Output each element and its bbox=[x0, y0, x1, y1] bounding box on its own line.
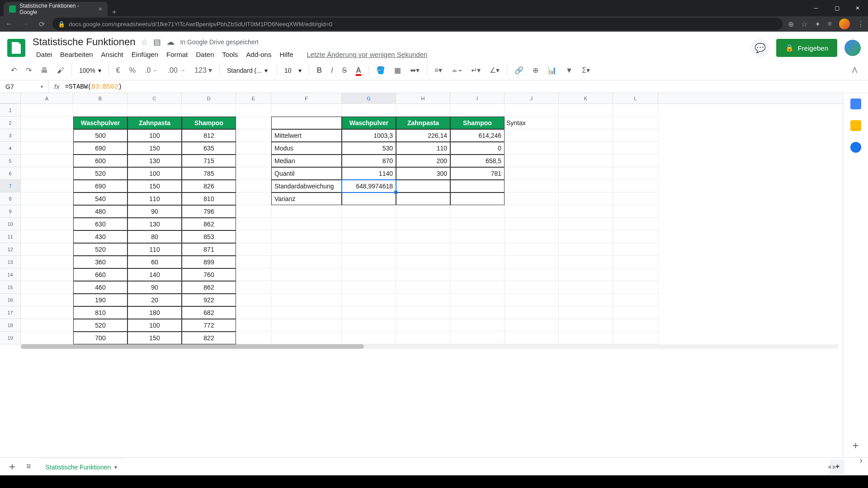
cell-L10[interactable] bbox=[613, 218, 658, 230]
cell-F4[interactable]: Modus bbox=[271, 142, 342, 155]
cell-I15[interactable] bbox=[450, 281, 505, 294]
col-header-J[interactable]: J bbox=[505, 93, 559, 103]
name-box[interactable]: G7 ▾ bbox=[0, 80, 49, 93]
cell-I7[interactable] bbox=[450, 180, 505, 192]
cell-E7[interactable] bbox=[236, 180, 271, 192]
cell-I3[interactable]: 614,246 bbox=[450, 129, 505, 142]
cell-L18[interactable] bbox=[613, 319, 658, 332]
cell-I18[interactable] bbox=[450, 319, 505, 332]
cell-B12[interactable]: 520 bbox=[73, 243, 127, 256]
cell-K11[interactable] bbox=[559, 230, 613, 243]
cell-E15[interactable] bbox=[236, 281, 271, 294]
cell-E18[interactable] bbox=[236, 319, 271, 332]
cell-J1[interactable] bbox=[505, 104, 559, 117]
address-bar[interactable]: 🔒 docs.google.com/spreadsheets/d/1fke71Y… bbox=[52, 18, 783, 30]
cell-J11[interactable] bbox=[505, 230, 559, 243]
cell-D9[interactable]: 796 bbox=[182, 205, 236, 218]
profile-avatar[interactable] bbox=[839, 19, 850, 29]
menu-add-ons[interactable]: Add-ons bbox=[243, 49, 275, 60]
cell-J12[interactable] bbox=[505, 243, 559, 256]
valign-button[interactable]: ⫨▾ bbox=[448, 64, 466, 77]
new-tab-button[interactable]: + bbox=[108, 8, 121, 16]
text-color-button[interactable]: A bbox=[352, 64, 365, 77]
cell-G10[interactable] bbox=[342, 218, 396, 230]
link-icon[interactable]: 🔗 bbox=[511, 63, 527, 77]
functions-icon[interactable]: Σ▾ bbox=[578, 63, 594, 77]
cell-C2[interactable]: Zahnpasta bbox=[127, 117, 182, 129]
cell-H2[interactable]: Zahnpasta bbox=[396, 117, 450, 129]
cell-D6[interactable]: 785 bbox=[182, 167, 236, 180]
cell-L19[interactable] bbox=[613, 332, 658, 344]
cell-F18[interactable] bbox=[271, 319, 342, 332]
menu-hilfe[interactable]: Hilfe bbox=[276, 49, 297, 60]
cell-G12[interactable] bbox=[342, 243, 396, 256]
row-header-11[interactable]: 11 bbox=[0, 230, 21, 243]
cell-K2[interactable] bbox=[559, 117, 613, 129]
redo-icon[interactable]: ↷ bbox=[22, 63, 35, 77]
move-icon[interactable]: ▤ bbox=[153, 37, 161, 47]
cell-E8[interactable] bbox=[236, 192, 271, 205]
font-select[interactable]: Standard (...▾ bbox=[223, 65, 273, 76]
cell-A2[interactable] bbox=[21, 117, 73, 129]
chart-icon[interactable]: 📊 bbox=[544, 63, 560, 77]
cell-A13[interactable] bbox=[21, 256, 73, 268]
cell-J18[interactable] bbox=[505, 319, 559, 332]
borders-button[interactable]: ▦ bbox=[391, 63, 405, 77]
cell-I9[interactable] bbox=[450, 205, 505, 218]
cell-C6[interactable]: 100 bbox=[127, 167, 182, 180]
formula-input[interactable]: =STABW(B3:B502) bbox=[65, 83, 122, 90]
cell-D10[interactable]: 862 bbox=[182, 218, 236, 230]
cell-G18[interactable] bbox=[342, 319, 396, 332]
cell-C9[interactable]: 90 bbox=[127, 205, 182, 218]
rotate-button[interactable]: ∠▾ bbox=[486, 63, 503, 77]
cell-J7[interactable] bbox=[505, 180, 559, 192]
cell-L15[interactable] bbox=[613, 281, 658, 294]
cell-I6[interactable]: 781 bbox=[450, 167, 505, 180]
currency-button[interactable]: € bbox=[113, 64, 124, 77]
cell-B8[interactable]: 540 bbox=[73, 192, 127, 205]
col-header-L[interactable]: L bbox=[613, 93, 658, 103]
add-sheet-button[interactable]: + bbox=[5, 460, 19, 473]
cell-A4[interactable] bbox=[21, 142, 73, 155]
cell-G14[interactable] bbox=[342, 268, 396, 281]
cell-L7[interactable] bbox=[613, 180, 658, 192]
hide-side-panel-icon[interactable]: › bbox=[859, 455, 863, 465]
row-header-18[interactable]: 18 bbox=[0, 319, 21, 332]
cell-E11[interactable] bbox=[236, 230, 271, 243]
cell-I1[interactable] bbox=[450, 104, 505, 117]
merge-button[interactable]: ⬌▾ bbox=[406, 63, 423, 77]
cell-F8[interactable]: Varianz bbox=[271, 192, 342, 205]
zoom-select[interactable]: 100%▾ bbox=[75, 65, 105, 76]
cell-J10[interactable] bbox=[505, 218, 559, 230]
extensions-icon[interactable]: ✦ bbox=[815, 20, 821, 28]
browser-tab[interactable]: Statistische Funktionen - Google × bbox=[4, 2, 108, 16]
cell-J8[interactable] bbox=[505, 192, 559, 205]
cell-G6[interactable]: 1140 bbox=[342, 167, 396, 180]
close-tab-icon[interactable]: × bbox=[99, 5, 102, 13]
cell-H14[interactable] bbox=[396, 268, 450, 281]
cell-H3[interactable]: 226,14 bbox=[396, 129, 450, 142]
decrease-decimal-button[interactable]: .0← bbox=[141, 64, 162, 77]
cell-D17[interactable]: 682 bbox=[182, 306, 236, 319]
strikethrough-button[interactable]: S bbox=[339, 64, 351, 77]
cell-A5[interactable] bbox=[21, 155, 73, 167]
filter-icon[interactable]: ▼ bbox=[562, 64, 576, 77]
cell-K18[interactable] bbox=[559, 319, 613, 332]
cell-E6[interactable] bbox=[236, 167, 271, 180]
cell-J9[interactable] bbox=[505, 205, 559, 218]
cell-F6[interactable]: Quantil bbox=[271, 167, 342, 180]
cell-J3[interactable] bbox=[505, 129, 559, 142]
cell-G1[interactable] bbox=[342, 104, 396, 117]
cell-G19[interactable] bbox=[342, 332, 396, 344]
increase-decimal-button[interactable]: .00→ bbox=[164, 64, 189, 77]
row-header-19[interactable]: 19 bbox=[0, 332, 21, 344]
cell-G11[interactable] bbox=[342, 230, 396, 243]
italic-button[interactable]: I bbox=[327, 64, 336, 77]
menu-ansicht[interactable]: Ansicht bbox=[98, 49, 127, 60]
cell-B16[interactable]: 190 bbox=[73, 294, 127, 306]
cell-B7[interactable]: 690 bbox=[73, 180, 127, 192]
cell-I4[interactable]: 0 bbox=[450, 142, 505, 155]
cell-A8[interactable] bbox=[21, 192, 73, 205]
row-header-1[interactable]: 1 bbox=[0, 104, 21, 117]
cell-K3[interactable] bbox=[559, 129, 613, 142]
